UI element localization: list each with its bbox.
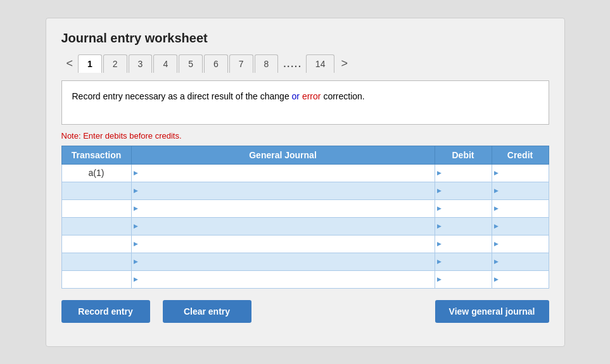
worksheet-container: Journal entry worksheet < 1 2 3 4 5 6 7 … — [46, 18, 565, 347]
credit-cell[interactable] — [492, 235, 549, 253]
col-header-debit: Debit — [435, 146, 492, 164]
credit-input[interactable] — [496, 186, 545, 196]
general-input[interactable] — [136, 168, 431, 178]
debit-input[interactable] — [439, 239, 488, 249]
tab-4[interactable]: 4 — [153, 54, 177, 73]
credit-cell[interactable] — [492, 182, 549, 199]
debit-input[interactable] — [439, 204, 488, 213]
debit-input[interactable] — [439, 222, 488, 231]
table-row — [61, 199, 549, 217]
credit-input[interactable] — [496, 168, 545, 178]
col-header-credit: Credit — [492, 146, 549, 164]
general-cell[interactable] — [131, 270, 435, 288]
credit-input[interactable] — [496, 257, 545, 267]
debit-cell[interactable] — [435, 217, 492, 235]
debit-cell[interactable] — [435, 199, 492, 217]
general-input[interactable] — [136, 222, 431, 231]
tab-ellipsis: ..... — [279, 55, 305, 73]
table-row — [61, 217, 549, 235]
general-cell[interactable] — [131, 164, 435, 182]
view-general-journal-button[interactable]: View general journal — [435, 300, 549, 323]
debit-cell[interactable] — [435, 253, 492, 270]
instruction-text: Record entry necessary as a direct resul… — [72, 91, 365, 101]
table-row — [61, 182, 549, 199]
transaction-cell — [61, 270, 131, 288]
debit-cell[interactable] — [435, 270, 492, 288]
credit-cell[interactable] — [492, 270, 549, 288]
tab-2[interactable]: 2 — [103, 54, 127, 73]
debit-input[interactable] — [439, 275, 488, 284]
tab-6[interactable]: 6 — [204, 54, 228, 73]
general-input[interactable] — [136, 257, 431, 267]
general-cell[interactable] — [131, 217, 435, 235]
general-input[interactable] — [136, 204, 431, 213]
credit-input[interactable] — [496, 275, 545, 284]
credit-cell[interactable] — [492, 199, 549, 217]
clear-entry-button[interactable]: Clear entry — [163, 300, 251, 323]
credit-input[interactable] — [496, 222, 545, 231]
general-input[interactable] — [136, 186, 431, 196]
tab-5[interactable]: 5 — [179, 54, 203, 73]
general-cell[interactable] — [131, 253, 435, 270]
general-cell[interactable] — [131, 235, 435, 253]
word-record: Record — [72, 91, 101, 101]
transaction-cell — [61, 253, 131, 270]
table-row — [61, 270, 549, 288]
credit-cell[interactable] — [492, 253, 549, 270]
debit-input[interactable] — [439, 168, 488, 178]
table-row: a(1) — [61, 164, 549, 182]
general-input[interactable] — [136, 239, 431, 249]
instruction-box: Record entry necessary as a direct resul… — [61, 80, 549, 125]
journal-table: Transaction General Journal Debit Credit… — [61, 146, 549, 289]
transaction-cell: a(1) — [61, 164, 131, 182]
debit-cell[interactable] — [435, 164, 492, 182]
tab-7[interactable]: 7 — [229, 54, 253, 73]
transaction-cell — [61, 217, 131, 235]
debit-cell[interactable] — [435, 182, 492, 199]
transaction-cell — [61, 199, 131, 217]
tab-8[interactable]: 8 — [255, 54, 279, 73]
word-error: error — [302, 91, 321, 101]
table-row — [61, 253, 549, 270]
note-text: Note: Enter debits before credits. — [61, 131, 549, 141]
debit-cell[interactable] — [435, 235, 492, 253]
page-title: Journal entry worksheet — [61, 31, 549, 46]
table-row — [61, 235, 549, 253]
word-or: or — [292, 91, 300, 101]
transaction-cell — [61, 182, 131, 199]
credit-input[interactable] — [496, 239, 545, 249]
record-entry-button[interactable]: Record entry — [61, 300, 150, 323]
button-row: Record entry Clear entry View general jo… — [61, 300, 549, 323]
tabs-row: < 1 2 3 4 5 6 7 8 ..... 14 > — [61, 54, 549, 73]
prev-nav-button[interactable]: < — [61, 55, 79, 72]
credit-cell[interactable] — [492, 164, 549, 182]
debit-input[interactable] — [439, 257, 488, 267]
tab-14[interactable]: 14 — [306, 54, 335, 73]
debit-input[interactable] — [439, 186, 488, 196]
general-cell[interactable] — [131, 182, 435, 199]
credit-input[interactable] — [496, 204, 545, 213]
transaction-cell — [61, 235, 131, 253]
credit-cell[interactable] — [492, 217, 549, 235]
general-input[interactable] — [136, 275, 431, 284]
tab-3[interactable]: 3 — [129, 54, 153, 73]
tab-1[interactable]: 1 — [78, 54, 102, 73]
next-nav-button[interactable]: > — [336, 55, 353, 72]
general-cell[interactable] — [131, 199, 435, 217]
col-header-transaction: Transaction — [61, 146, 131, 164]
col-header-general: General Journal — [131, 146, 435, 164]
